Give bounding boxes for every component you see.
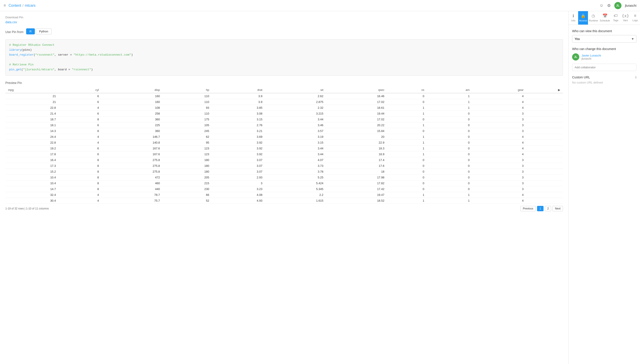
tab-vars[interactable]: {x} Vars [620,11,630,24]
table-cell: 18.9 [326,151,387,157]
tab-schedule[interactable]: 📅 Schedule [599,11,611,24]
download-pin-label: Download Pin [5,16,563,19]
download-pin-section: Download Pin data.csv [5,16,563,24]
table-cell: 17.3 [5,163,58,168]
table-cell: 440 [102,186,162,192]
smiley-button[interactable]: ☺ [599,3,604,8]
table-cell: 4 [472,192,526,198]
settings-button[interactable]: ⚙ [607,3,611,8]
table-cell-expand [526,110,563,116]
table-cell: 0 [427,151,472,157]
custom-url-info-icon[interactable]: ℹ [635,76,636,79]
sidebar-access-content: Who can view this document You Everyone … [568,25,640,89]
r-tab-button[interactable]: R [26,28,35,34]
table-cell: 6 [58,146,102,151]
prev-button[interactable]: Previous [520,206,536,211]
table-cell: 1 [387,146,427,151]
table-cell: 160 [102,99,162,105]
col-vs: vs [387,87,427,93]
table-cell: 3.08 [212,110,265,116]
table-cell: 2.76 [212,122,265,128]
table-cell: 0 [387,116,427,122]
code-block: # Register RStudio Connect library(pins)… [5,39,563,76]
menu-icon[interactable]: ≡ [4,3,6,8]
next-button[interactable]: Next [552,206,563,211]
table-cell-expand [526,128,563,134]
table-cell: 17.82 [326,180,387,186]
table-cell-expand [526,93,563,99]
header: ≡ Content / mtcars ☺ ⚙ JL jluraschi [0,0,640,11]
table-cell-expand [526,198,563,204]
table-cell: 4.08 [212,192,265,198]
table-cell: 123 [162,146,212,151]
table-cell: 8 [58,116,102,122]
view-doc-title: Who can view this document [572,29,636,33]
tab-tags[interactable]: 🏷 Tags [611,11,620,24]
collaborator-username: jluraschi [582,57,601,60]
table-cell: 22.8 [5,105,58,110]
table-cell: 19.44 [326,110,387,116]
collaborator-item: JL Javier Luraschi jluraschi [572,53,636,60]
table-cell: 2.93 [212,174,265,180]
download-link[interactable]: data.csv [5,20,17,24]
table-cell: 1 [427,105,472,110]
table-cell: 0 [427,122,472,128]
table-cell: 258 [102,110,162,116]
table-cell: 95 [162,140,212,146]
table-cell: 18.61 [326,105,387,110]
tab-access[interactable]: 🔒 Access [578,11,588,24]
table-cell: 1 [387,140,427,146]
page-2-button[interactable]: 2 [545,206,551,211]
col-expand[interactable]: ▶ [526,87,563,93]
table-cell-expand [526,146,563,151]
table-cell: 6 [58,99,102,105]
table-cell: 78.7 [102,192,162,198]
avatar[interactable]: JL [614,2,622,9]
table-cell: 8 [58,180,102,186]
table-cell: 2.62 [265,93,326,99]
table-cell: 0 [387,168,427,174]
view-access-wrapper: You Everyone Specific people ▼ [572,35,636,43]
breadcrumb-content-link[interactable]: Content [9,4,21,8]
custom-url-section: Custom URL ℹ No custom URL defined [572,76,636,84]
table-cell: 160 [102,93,162,99]
page-1-button[interactable]: 1 [537,206,544,211]
table-cell: 275.8 [102,163,162,168]
table-cell: 0 [387,93,427,99]
col-am: am [427,87,472,93]
table-cell: 16.4 [5,157,58,163]
tab-runtime[interactable]: ◷ Runtime [588,11,599,24]
table-cell-expand [526,151,563,157]
custom-url-header: Custom URL ℹ [572,76,636,79]
table-cell: 175 [162,116,212,122]
table-cell: 3.57 [265,128,326,134]
header-right: ☺ ⚙ JL jluraschi [599,2,636,9]
table-row: 10.4846021535.42417.82003 [5,180,563,186]
table-cell: 5.424 [265,180,326,186]
table-cell: 21 [5,99,58,105]
python-tab-button[interactable]: Python [36,28,51,34]
table-cell-expand [526,186,563,192]
add-collaborator-input[interactable] [572,64,636,71]
table-cell: 0 [387,99,427,105]
table-cell-expand [526,134,563,140]
language-tab-group: R Python [26,28,52,34]
table-cell: 21.4 [5,110,58,116]
table-cell-expand [526,99,563,105]
table-cell-expand [526,122,563,128]
table-cell: 0 [427,157,472,163]
tags-icon: 🏷 [614,14,618,18]
page-title: mtcars [25,4,36,8]
table-cell: 1 [427,99,472,105]
tab-logs[interactable]: ≡ Logs [630,11,640,24]
col-wt: wt [265,87,326,93]
collaborator-info: Javier Luraschi jluraschi [582,54,601,60]
table-cell: 14.3 [5,128,58,134]
tab-info[interactable]: ℹ Info [568,11,578,24]
no-custom-url-text: No custom URL defined [572,81,636,84]
view-access-select[interactable]: You Everyone Specific people [572,35,636,43]
table-cell: 167.6 [102,151,162,157]
table-cell: 17.98 [326,174,387,180]
table-cell: 3.23 [212,186,265,192]
table-cell: 3.69 [212,134,265,140]
